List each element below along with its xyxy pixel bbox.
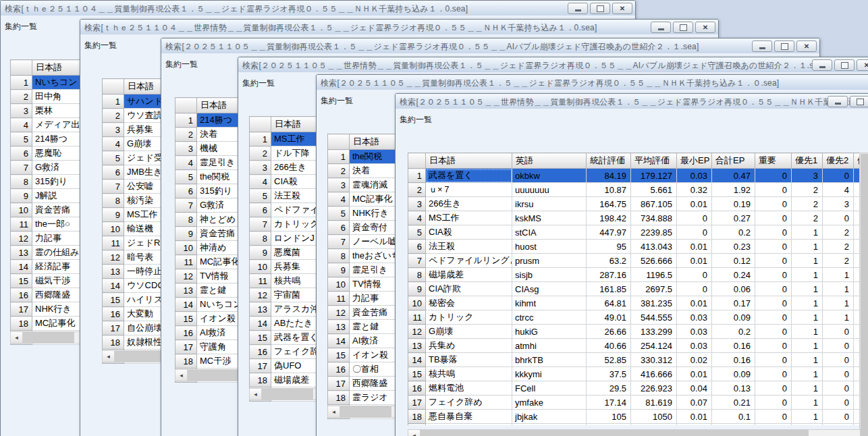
scrollbar-thumb[interactable] [421, 430, 809, 436]
maximize-button[interactable] [774, 40, 794, 52]
table-row[interactable]: 15核共鳴kkkymi37.5416.6660.010.09010 [408, 367, 861, 381]
list-item[interactable]: 4霊足引き [175, 156, 246, 170]
table-row[interactable]: 4MS工作kskMS198.42734.88800.27020 [408, 211, 861, 225]
vertical-scrollbar[interactable] [859, 153, 868, 436]
list-item[interactable]: 10神清め [175, 241, 246, 255]
table-row[interactable]: 7ペドファイルリングとソーprusm63.2526.6660.010.12012 [408, 254, 861, 268]
list-item[interactable]: 2決着 [328, 164, 404, 178]
list-item[interactable]: 18霊ラジオ [328, 391, 404, 405]
cell: hukiG [512, 325, 587, 339]
minimize-button[interactable] [651, 22, 671, 33]
scrollbar-thumb[interactable] [262, 389, 313, 400]
table-row[interactable]: 5CIA殺stCIA447.972239.8500.2012 [408, 225, 861, 240]
titlebar[interactable]: 検索[２０２５１１０５＿＿質量制御再現公表１．５＿＿ジェド霊界ラジオ再現０．５５… [161, 38, 819, 54]
table-row[interactable]: 9CIA詐欺CIAsg161.852697.500.06011 [408, 282, 861, 296]
cell: 1 [792, 424, 823, 426]
list-item[interactable]: 13霊と鍵 [328, 320, 404, 334]
table-row[interactable]: 13兵集めatmhi40.66254.1240.030.16010 [408, 339, 861, 353]
table-row[interactable]: 1武器を置くokbkw84.19179.1270.030.47030 [408, 169, 861, 183]
list-item[interactable]: 5the関税 [175, 170, 246, 184]
list-item[interactable]: 14Nいちコン [175, 298, 246, 312]
list-item[interactable]: 16AI救済 [175, 326, 246, 340]
list-item[interactable]: 1214勝つ [175, 113, 246, 128]
table-row[interactable]: 19偽UFOnsUFO24.16161.0660.040.15010 [408, 424, 861, 426]
minimize-button[interactable] [568, 3, 588, 14]
table-row[interactable]: 6法王殺huost95413.0430.010.23012 [408, 240, 861, 254]
table-row[interactable]: 10秘密会kihmt64.81381.2350.010.17011 [408, 296, 861, 310]
table-row[interactable]: 8磁場歳差sisjb287.161196.500.24011 [408, 268, 861, 282]
list-item[interactable]: 7ノーベル嘘 [328, 235, 404, 249]
list-item[interactable]: 10TV情報 [328, 277, 404, 292]
list-item[interactable]: 12資金苦痛 [328, 306, 404, 320]
table-row[interactable]: 18悪自暴自棄jbjkak10510500.010.1010 [408, 410, 861, 424]
list-item[interactable]: 11力記事 [328, 292, 404, 306]
list-item[interactable]: 17西郷隆盛 [328, 377, 404, 391]
scrollbar-thumb[interactable] [188, 370, 239, 381]
table-row[interactable]: 3266生きikrsu164.75867.1050.010.19023 [408, 197, 861, 211]
scroll-left-button[interactable]: ◂ [175, 370, 188, 381]
maximize-button[interactable] [834, 59, 855, 71]
list-item[interactable]: 4MC記事化 [328, 192, 404, 207]
close-button[interactable]: ✕ [612, 3, 632, 14]
titlebar[interactable]: 検索[２０２５１１０５＿＿質量制御再現公表１．５＿＿ジェド霊界ラジオ再現０．５５… [317, 75, 868, 90]
titlebar[interactable]: 検索[ｔｈｅ２５１１０４＿＿世界情勢＿＿質量制御再現公表１．５＿＿ジェド霊界ラジ… [80, 20, 718, 35]
scroll-left-button[interactable]: ◂ [328, 406, 340, 417]
scroll-left-button[interactable]: ◂ [250, 389, 262, 400]
list-item[interactable]: 11MC記事化 [175, 255, 246, 269]
list-item[interactable]: 3機械 [175, 142, 246, 156]
list-item[interactable]: 15イオン殺 [328, 348, 404, 362]
horizontal-scrollbar[interactable]: ◂ [327, 406, 400, 418]
list-item[interactable]: 6315釣り [175, 184, 246, 198]
scrollbar-thumb[interactable] [23, 332, 74, 343]
minimize-button[interactable] [828, 96, 848, 107]
table-row[interactable]: 2ｕ×７uuuuuuu10.875.6610.321.92024 [408, 183, 861, 197]
list-item[interactable]: 13霊と鍵 [175, 283, 246, 298]
table-row[interactable]: 14TB暴落bhrkTB52.85330.3120.020.16010 [408, 353, 861, 367]
maximize-icon [597, 5, 604, 12]
maximize-button[interactable] [673, 22, 693, 33]
list-item[interactable]: 8theおざいち [328, 249, 404, 263]
list-item[interactable]: 6資金寄付 [328, 221, 404, 235]
panel-label: 集約一覧 [321, 95, 353, 107]
scroll-left-button[interactable]: ◂ [11, 332, 23, 343]
list-item[interactable]: 7G救済 [175, 198, 246, 213]
list-item[interactable]: 5NHK行き [328, 207, 404, 221]
list-item[interactable]: 18MC干渉 [175, 354, 246, 369]
table-row[interactable]: 12G崩壊hukiG26.66133.2990.030.2010 [408, 325, 861, 339]
scroll-left-button[interactable]: ◂ [103, 351, 115, 362]
row-number: 11 [11, 217, 32, 231]
list-item[interactable]: 17守護角 [175, 340, 246, 354]
minimize-button[interactable] [812, 59, 832, 71]
table-row[interactable]: 11カトリックctrcc49.01544.5550.030.09011 [408, 310, 861, 325]
scrollbar-thumb[interactable] [861, 154, 868, 436]
row-number: 9 [175, 227, 197, 241]
list-item[interactable]: 12TV情報 [175, 269, 246, 283]
list-item[interactable]: 9霊足引き [328, 263, 404, 277]
scroll-left-button[interactable]: ◂ [408, 430, 421, 436]
list-item[interactable]: 14AI救済 [328, 334, 404, 348]
scrollbar-thumb[interactable] [115, 351, 166, 362]
list-item[interactable]: 15イオン殺 [175, 312, 246, 326]
list-item[interactable]: 8神とどめ [175, 213, 246, 227]
minimize-button[interactable] [752, 40, 772, 52]
titlebar[interactable]: 検索[２０２５１１０５＿＿世界情勢＿＿質量制御再現公表１．５＿＿ジェド霊界ラジオ… [238, 57, 868, 73]
close-button[interactable]: ✕ [695, 22, 715, 33]
list-item[interactable]: 2決着 [175, 128, 246, 142]
table-row[interactable]: 16燃料電池FCell29.5226.9230.040.13010 [408, 381, 861, 396]
titlebar[interactable]: 検索[ｔｈｅ２５１１０４＿＿質量制御再現公表１．５＿＿ジェド霊界ラジオ再現０．５… [1, 1, 635, 16]
horizontal-scrollbar[interactable]: ◂ [249, 388, 322, 400]
maximize-button[interactable] [850, 96, 868, 107]
list-item[interactable]: 9資金苦痛 [175, 227, 246, 241]
horizontal-scrollbar[interactable]: ◂ [10, 331, 83, 344]
maximize-button[interactable] [590, 3, 610, 14]
close-button[interactable]: ✕ [857, 59, 868, 71]
scrollbar-thumb[interactable] [340, 406, 391, 417]
horizontal-scrollbar[interactable]: ◂ [408, 429, 861, 436]
table-row[interactable]: 17フェイク辞めymfake17.1481.6190.070.21010 [408, 396, 861, 410]
list-item[interactable]: 16〇首相 [328, 362, 404, 377]
horizontal-scrollbar[interactable]: ◂ [175, 369, 248, 381]
list-item[interactable]: 1the関税 [328, 150, 404, 164]
list-item[interactable]: 3霊魂消滅 [328, 178, 404, 192]
close-button[interactable]: ✕ [796, 40, 817, 52]
titlebar[interactable]: 検索[２０２５１１０５＿＿世界情勢＿＿質量制御再現公表１．５＿＿ジェド霊界ラジオ… [396, 94, 868, 109]
